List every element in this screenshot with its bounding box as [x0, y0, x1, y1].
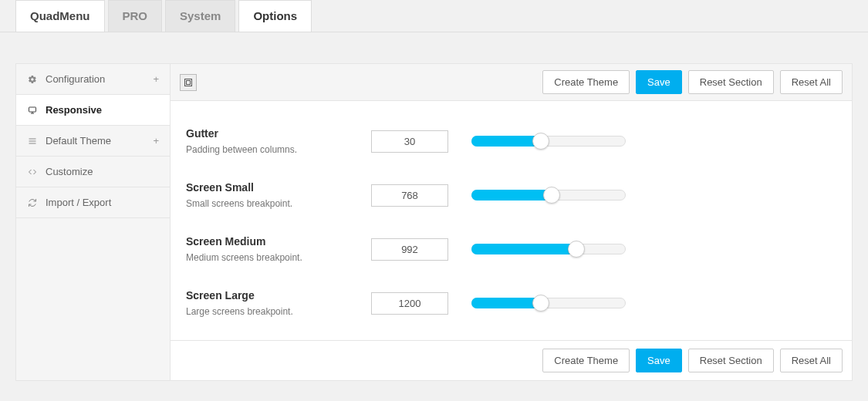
- refresh-icon: [27, 197, 38, 208]
- tab-pro[interactable]: PRO: [108, 0, 163, 32]
- sidebar-item-label: Configuration: [46, 73, 105, 85]
- settings-panel: Create Theme Save Reset Section Reset Al…: [170, 63, 853, 381]
- setting-row-gutter: Gutter Padding between columns.: [186, 109, 836, 163]
- top-tabs: QuadMenu PRO System Options: [0, 0, 868, 32]
- reset-section-button[interactable]: Reset Section: [688, 349, 774, 372]
- sidebar-item-responsive[interactable]: Responsive: [16, 95, 170, 126]
- screen-medium-slider[interactable]: [471, 241, 626, 258]
- sidebar-item-configuration[interactable]: Configuration +: [16, 64, 170, 95]
- create-theme-button[interactable]: Create Theme: [542, 349, 630, 372]
- reset-all-button[interactable]: Reset All: [780, 70, 843, 94]
- slider-fill: [471, 298, 541, 308]
- monitor-icon: [27, 105, 38, 116]
- code-icon: [27, 167, 38, 177]
- reset-section-button[interactable]: Reset Section: [688, 70, 774, 94]
- svg-rect-1: [185, 79, 192, 86]
- bars-icon: [27, 136, 38, 147]
- setting-title: Screen Large: [186, 289, 371, 302]
- sidebar-item-label: Customize: [46, 166, 93, 177]
- toolbar-bottom: Create Theme Save Reset Section Reset Al…: [171, 340, 852, 380]
- setting-desc: Large screens breakpoint.: [186, 306, 371, 317]
- slider-fill: [471, 136, 541, 147]
- slider-thumb[interactable]: [568, 241, 585, 258]
- save-button[interactable]: Save: [636, 70, 682, 94]
- sidebar: Configuration + Responsive Default Theme…: [15, 63, 170, 381]
- save-button[interactable]: Save: [636, 349, 682, 372]
- expand-panel-icon[interactable]: [180, 74, 197, 91]
- slider-thumb[interactable]: [543, 187, 560, 204]
- setting-row-screen-medium: Screen Medium Medium screens breakpoint.: [186, 217, 836, 271]
- sidebar-item-label: Responsive: [46, 104, 102, 116]
- screen-small-slider[interactable]: [471, 187, 626, 204]
- sidebar-item-default-theme[interactable]: Default Theme +: [16, 126, 170, 157]
- screen-large-slider[interactable]: [471, 295, 626, 312]
- setting-title: Gutter: [186, 127, 371, 140]
- sidebar-item-label: Default Theme: [46, 135, 111, 147]
- svg-rect-2: [187, 80, 191, 84]
- setting-row-screen-large: Screen Large Large screens breakpoint.: [186, 271, 836, 325]
- reset-all-button[interactable]: Reset All: [780, 349, 843, 372]
- slider-thumb[interactable]: [532, 295, 549, 312]
- setting-title: Screen Medium: [186, 235, 371, 248]
- slider-fill: [471, 190, 552, 200]
- setting-title: Screen Small: [186, 181, 371, 194]
- slider-fill: [471, 244, 576, 254]
- expand-icon: +: [153, 73, 159, 85]
- main-wrap: Configuration + Responsive Default Theme…: [15, 63, 853, 381]
- screen-small-input[interactable]: [371, 184, 448, 207]
- create-theme-button[interactable]: Create Theme: [542, 70, 630, 94]
- settings-rows: Gutter Padding between columns. Screen S…: [171, 101, 852, 340]
- expand-icon: +: [153, 135, 159, 147]
- sidebar-item-import-export[interactable]: Import / Export: [16, 187, 170, 218]
- svg-rect-0: [29, 107, 36, 112]
- setting-row-screen-small: Screen Small Small screens breakpoint.: [186, 163, 836, 217]
- setting-desc: Medium screens breakpoint.: [186, 252, 371, 263]
- toolbar-top: Create Theme Save Reset Section Reset Al…: [171, 64, 852, 101]
- tab-quadmenu[interactable]: QuadMenu: [15, 0, 105, 32]
- setting-desc: Small screens breakpoint.: [186, 198, 371, 209]
- sidebar-item-customize[interactable]: Customize: [16, 157, 170, 187]
- gear-icon: [27, 74, 38, 85]
- tab-system[interactable]: System: [165, 0, 235, 32]
- gutter-slider[interactable]: [471, 133, 626, 150]
- sidebar-item-label: Import / Export: [46, 197, 111, 208]
- screen-large-input[interactable]: [371, 292, 448, 315]
- screen-medium-input[interactable]: [371, 238, 448, 261]
- tab-options[interactable]: Options: [238, 0, 312, 32]
- gutter-input[interactable]: [371, 130, 448, 153]
- setting-desc: Padding between columns.: [186, 144, 371, 155]
- slider-thumb[interactable]: [532, 133, 549, 150]
